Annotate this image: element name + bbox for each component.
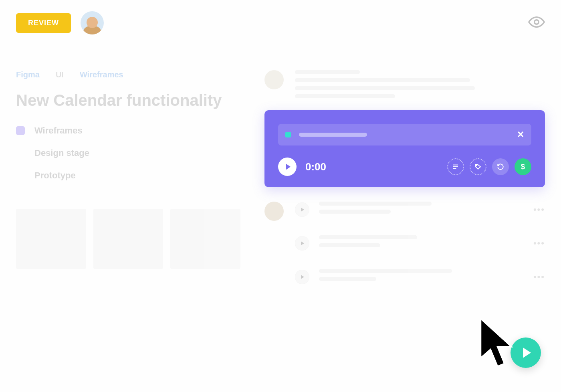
thumbnail[interactable] — [93, 209, 163, 269]
record-fab[interactable] — [511, 337, 541, 368]
recorder-controls: 0:00 $ — [278, 158, 531, 176]
play-icon[interactable] — [295, 270, 309, 284]
thumbnail[interactable] — [16, 209, 86, 269]
breadcrumb: Figma UI Wireframes — [16, 70, 240, 79]
checkbox-icon — [16, 126, 25, 135]
close-icon[interactable]: ✕ — [517, 129, 524, 140]
feed-item: ••• — [264, 235, 545, 255]
stage-label: Design stage — [34, 148, 89, 158]
header: REVIEW — [0, 0, 561, 46]
feed-item: ••• — [264, 202, 545, 221]
stage-label: Prototype — [34, 170, 76, 181]
recorder-card: ✕ 0:00 $ — [264, 110, 545, 187]
billable-icon[interactable]: $ — [515, 158, 531, 175]
history-icon[interactable] — [492, 158, 509, 175]
play-icon[interactable] — [295, 202, 309, 217]
stage-item-design-stage[interactable]: Design stage — [16, 148, 240, 158]
review-button[interactable]: REVIEW — [16, 13, 71, 33]
thumbnail[interactable] — [170, 209, 240, 269]
stage-item-prototype[interactable]: Prototype — [16, 170, 240, 181]
timer-display: 0:00 — [305, 161, 326, 173]
notes-icon[interactable] — [447, 158, 464, 175]
recorder-input[interactable]: ✕ — [278, 124, 531, 145]
content-area: Figma UI Wireframes New Calendar functio… — [0, 46, 561, 303]
breadcrumb-item-wireframes[interactable]: Wireframes — [80, 70, 123, 79]
more-icon[interactable]: ••• — [533, 204, 545, 215]
feed-item: ••• — [264, 269, 545, 288]
play-icon[interactable] — [295, 236, 309, 251]
user-avatar[interactable] — [81, 11, 104, 34]
play-button[interactable] — [278, 158, 297, 176]
more-icon[interactable]: ••• — [533, 272, 545, 282]
stage-item-wireframes[interactable]: Wireframes — [16, 125, 240, 136]
thumbnail-row — [16, 209, 240, 269]
breadcrumb-item-ui[interactable]: UI — [56, 70, 64, 79]
recorder-input-placeholder — [299, 133, 367, 137]
tag-icon[interactable] — [470, 158, 486, 175]
svg-point-4 — [476, 165, 477, 166]
avatar[interactable] — [264, 70, 284, 89]
stage-list: Wireframes Design stage Prototype — [16, 125, 240, 181]
left-column: Figma UI Wireframes New Calendar functio… — [16, 70, 240, 303]
right-column: ✕ 0:00 $ — [256, 70, 545, 303]
visibility-icon[interactable] — [528, 14, 545, 32]
breadcrumb-item-figma[interactable]: Figma — [16, 70, 40, 79]
stage-label: Wireframes — [34, 125, 83, 136]
page-title: New Calendar functionality — [16, 91, 240, 109]
feed-item — [264, 70, 545, 102]
record-indicator-icon — [285, 132, 291, 137]
more-icon[interactable]: ••• — [533, 238, 545, 249]
svg-point-0 — [535, 20, 539, 24]
avatar[interactable] — [264, 202, 284, 221]
